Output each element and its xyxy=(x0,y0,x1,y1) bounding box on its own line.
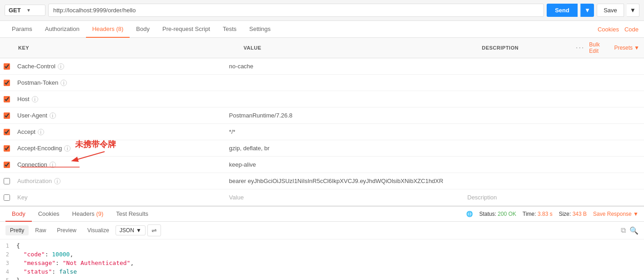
row-value-6: keep-alive xyxy=(226,158,464,171)
row-checkbox-4[interactable] xyxy=(4,129,10,135)
wrap-button[interactable]: ⇌ xyxy=(147,224,161,236)
row-desc-7 xyxy=(464,178,644,184)
copy-icon[interactable]: ⧉ xyxy=(621,226,626,235)
info-icon-0[interactable]: i xyxy=(58,63,64,70)
new-row-checkbox-cell xyxy=(0,194,14,201)
table-row: Host i xyxy=(0,91,644,107)
row-value-5: gzip, deflate, br xyxy=(226,142,464,154)
method-select[interactable]: GET ▼ xyxy=(5,5,45,16)
save-response-button[interactable]: Save Response ▼ xyxy=(593,211,639,217)
row-checkbox-cell xyxy=(0,63,14,70)
response-tab-body[interactable]: Body xyxy=(5,207,32,222)
row-key-4: Accept i xyxy=(14,126,226,138)
size-label: Size: 343 B xyxy=(559,211,587,217)
row-key-5: Accept-Encoding i xyxy=(14,142,226,154)
save-dropdown-button[interactable]: ▼ xyxy=(627,4,639,17)
send-dropdown-button[interactable]: ▼ xyxy=(580,4,594,17)
row-key-7: Authorization i xyxy=(14,175,226,187)
request-tabs: Params Authorization Headers (8) Body Pr… xyxy=(0,21,644,38)
presets-button[interactable]: Presets ▼ xyxy=(614,45,639,51)
bulk-edit-button[interactable]: Bulk Edit xyxy=(589,41,609,54)
code-line: 4 "status": false xyxy=(0,267,644,276)
line-number: 4 xyxy=(0,269,16,275)
info-icon-5[interactable]: i xyxy=(64,145,70,152)
info-icon-7[interactable]: i xyxy=(54,178,60,184)
tab-params[interactable]: Params xyxy=(5,21,39,38)
format-select[interactable]: JSON ▼ xyxy=(116,225,146,235)
tabs-right: Cookies Code xyxy=(598,26,639,33)
new-row-description: Description xyxy=(464,191,644,204)
code-viewer: 1{2 "code": 10000,3 "message": "Not Auth… xyxy=(0,239,644,280)
code-line: 5} xyxy=(0,276,644,280)
col-header-description: DESCRIPTION xyxy=(478,41,572,54)
info-icon-4[interactable]: i xyxy=(38,129,44,135)
response-tab-headers[interactable]: Headers (9) xyxy=(66,207,110,222)
raw-button[interactable]: Raw xyxy=(30,225,50,235)
preview-button[interactable]: Preview xyxy=(52,225,81,235)
row-checkbox-7[interactable] xyxy=(4,178,10,184)
tab-tests[interactable]: Tests xyxy=(216,21,243,38)
row-key-3: User-Agent i xyxy=(14,109,226,122)
pretty-button[interactable]: Pretty xyxy=(5,225,29,235)
response-tab-test-results[interactable]: Test Results xyxy=(110,207,155,222)
code-link[interactable]: Code xyxy=(624,26,639,33)
row-checkbox-3[interactable] xyxy=(4,112,10,119)
row-desc-5 xyxy=(464,146,644,151)
line-content: "status": false xyxy=(16,268,644,275)
table-row: Postman-Token i xyxy=(0,75,644,91)
cookies-link[interactable]: Cookies xyxy=(598,26,619,33)
tab-body[interactable]: Body xyxy=(130,21,156,38)
row-key-0: Cache-Control i xyxy=(14,60,226,72)
row-value-7: bearer eyJhbGciOiJSUzI1NiIsInR5cCl6IkpXV… xyxy=(226,175,464,187)
more-options-icon[interactable]: ··· xyxy=(576,44,584,52)
send-button[interactable]: Send xyxy=(547,4,578,17)
top-bar: GET ▼ Send ▼ Save ▼ xyxy=(0,0,644,21)
row-key-1: Postman-Token i xyxy=(14,76,226,89)
row-checkbox-0[interactable] xyxy=(4,63,10,70)
new-row-key: Key xyxy=(14,191,226,204)
globe-icon: 🌐 xyxy=(466,211,473,217)
new-row: Key Value Description xyxy=(0,189,644,206)
search-icon[interactable]: 🔍 xyxy=(629,226,639,235)
row-checkbox-1[interactable] xyxy=(4,80,10,86)
row-desc-6 xyxy=(464,162,644,168)
row-checkbox-6[interactable] xyxy=(4,162,10,168)
row-value-3: PostmanRuntime/7.26.8 xyxy=(226,109,464,122)
info-icon-3[interactable]: i xyxy=(50,112,56,119)
row-value-2 xyxy=(226,97,464,102)
row-checkbox-cell xyxy=(0,112,14,119)
row-value-1 xyxy=(226,80,464,86)
table-row: Accept i */* xyxy=(0,124,644,140)
info-icon-1[interactable]: i xyxy=(60,80,67,86)
row-checkbox-cell xyxy=(0,162,14,168)
headers-rows: Cache-Control i no-cache Postman-Token i… xyxy=(0,58,644,189)
time-label: Time: 3.83 s xyxy=(523,211,553,217)
tab-settings[interactable]: Settings xyxy=(243,21,277,38)
new-row-checkbox[interactable] xyxy=(4,194,10,201)
response-tab-cookies[interactable]: Cookies xyxy=(32,207,66,222)
line-number: 5 xyxy=(0,277,16,280)
row-checkbox-2[interactable] xyxy=(4,96,10,102)
line-content: } xyxy=(16,277,644,280)
visualize-button[interactable]: Visualize xyxy=(83,225,114,235)
code-line: 1{ xyxy=(0,241,644,250)
row-checkbox-cell xyxy=(0,145,14,152)
col-header-actions: ··· Bulk Edit Presets ▼ xyxy=(571,38,644,58)
info-icon-6[interactable]: i xyxy=(50,162,56,168)
tab-authorization[interactable]: Authorization xyxy=(39,21,86,38)
row-desc-3 xyxy=(464,113,644,118)
tab-headers[interactable]: Headers (8) xyxy=(86,21,130,38)
tab-pre-request-script[interactable]: Pre-request Script xyxy=(156,21,216,38)
row-desc-4 xyxy=(464,129,644,135)
url-input[interactable] xyxy=(48,4,544,17)
row-checkbox-cell xyxy=(0,96,14,102)
info-icon-2[interactable]: i xyxy=(32,96,38,102)
save-button[interactable]: Save xyxy=(597,4,624,17)
format-icons-right: ⧉ 🔍 xyxy=(621,226,639,235)
row-key-2: Host i xyxy=(14,93,226,105)
row-checkbox-5[interactable] xyxy=(4,145,10,152)
line-content: "message": "Not Authenticated", xyxy=(16,260,644,266)
method-chevron: ▼ xyxy=(26,8,41,13)
new-row-value: Value xyxy=(226,191,464,204)
line-content: "code": 10000, xyxy=(16,251,644,258)
